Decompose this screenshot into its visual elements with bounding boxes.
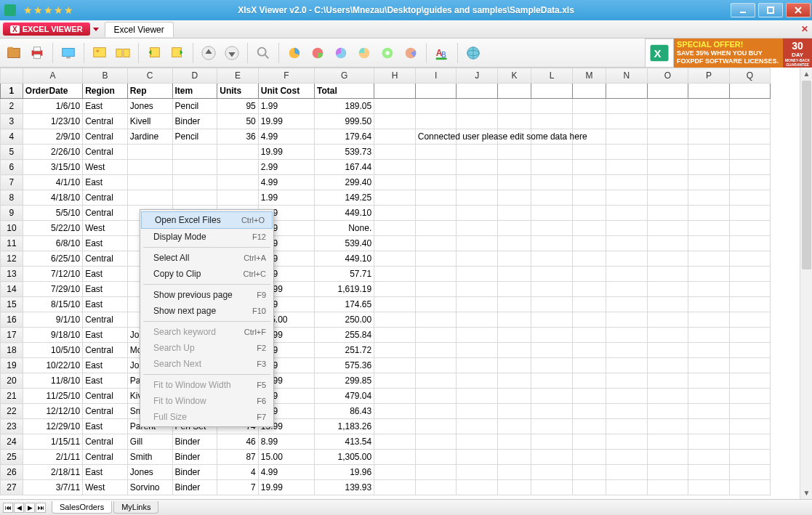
cell[interactable] <box>415 267 457 282</box>
cell[interactable] <box>729 251 771 267</box>
cell[interactable]: Central <box>83 206 128 221</box>
cell[interactable]: Binder <box>172 434 217 450</box>
arrow-down-icon[interactable] <box>221 42 243 64</box>
row-header[interactable]: 13 <box>1 267 23 282</box>
cell[interactable]: 299.85 <box>314 373 374 389</box>
cell[interactable] <box>374 99 416 114</box>
cell[interactable] <box>457 99 498 114</box>
cell[interactable] <box>647 114 688 129</box>
cell[interactable] <box>415 465 457 480</box>
cell[interactable]: 299.40 <box>314 175 374 190</box>
cell[interactable]: Item <box>172 84 217 99</box>
cell[interactable] <box>729 312 771 328</box>
cell[interactable] <box>647 480 688 495</box>
cell[interactable]: Connected user please edit some data her… <box>415 129 457 145</box>
cell[interactable] <box>572 145 606 160</box>
cell[interactable]: Units <box>217 84 259 99</box>
cell[interactable] <box>647 373 688 389</box>
column-header[interactable]: P <box>688 68 730 84</box>
cell[interactable] <box>374 282 416 297</box>
row-header[interactable]: 3 <box>1 114 23 129</box>
cell[interactable] <box>688 480 730 495</box>
cell[interactable]: East <box>83 373 128 389</box>
cell[interactable]: 139.93 <box>314 480 374 495</box>
cell[interactable] <box>415 343 457 358</box>
cell[interactable] <box>688 358 730 373</box>
cell[interactable] <box>688 84 730 99</box>
scroll-down-icon[interactable]: ▼ <box>800 487 812 499</box>
promo-banner[interactable]: X SPECIAL OFFER! SAVE 35% WHEN YOU BUY F… <box>645 38 812 68</box>
column-header[interactable]: D <box>172 68 217 84</box>
menu-item[interactable]: Open Excel FilesCtrl+O <box>141 211 273 229</box>
cell[interactable] <box>647 343 688 358</box>
cell[interactable] <box>497 145 531 160</box>
cell[interactable]: 2.99 <box>258 160 314 175</box>
cell[interactable] <box>606 221 648 236</box>
cell[interactable]: East <box>83 267 128 282</box>
cell[interactable] <box>572 312 606 328</box>
cell[interactable] <box>688 328 730 343</box>
cell[interactable]: 19.99 <box>258 114 314 129</box>
cell[interactable] <box>688 129 730 145</box>
cell[interactable] <box>127 190 172 206</box>
cell[interactable]: West <box>83 480 128 495</box>
cell[interactable] <box>172 160 217 175</box>
cell[interactable]: 10/5/10 <box>23 343 82 358</box>
cell[interactable] <box>647 236 688 251</box>
cell[interactable] <box>606 389 648 404</box>
cell[interactable] <box>647 84 688 99</box>
arrow-up-icon[interactable] <box>198 42 220 64</box>
zoom-icon[interactable] <box>252 42 274 64</box>
row-header[interactable]: 14 <box>1 282 23 297</box>
image-prev-icon[interactable] <box>143 42 165 64</box>
cell[interactable] <box>572 434 606 450</box>
cell[interactable]: 479.04 <box>314 389 374 404</box>
cell[interactable] <box>606 450 648 465</box>
cell[interactable]: 4/18/10 <box>23 190 82 206</box>
cell[interactable]: Central <box>83 129 128 145</box>
cell[interactable] <box>647 267 688 282</box>
cell[interactable] <box>572 190 606 206</box>
cell[interactable] <box>729 389 771 404</box>
cell[interactable] <box>497 389 531 404</box>
cell[interactable] <box>647 282 688 297</box>
cell[interactable]: 1.99 <box>258 99 314 114</box>
menu-item[interactable]: Show previous pageF9 <box>140 287 273 303</box>
cell[interactable] <box>729 465 771 480</box>
cell[interactable] <box>606 99 648 114</box>
cell[interactable] <box>572 221 606 236</box>
cell[interactable] <box>217 160 259 175</box>
cell[interactable] <box>457 434 498 450</box>
cell[interactable] <box>606 480 648 495</box>
cell[interactable] <box>688 312 730 328</box>
cell[interactable]: Pencil <box>172 99 217 114</box>
cell[interactable] <box>415 434 457 450</box>
cell[interactable] <box>647 190 688 206</box>
cell[interactable] <box>729 404 771 419</box>
cell[interactable] <box>647 328 688 343</box>
cell[interactable] <box>688 419 730 434</box>
cell[interactable] <box>415 312 457 328</box>
cell[interactable]: 7/12/10 <box>23 267 82 282</box>
cell[interactable] <box>606 160 648 175</box>
row-header[interactable]: 26 <box>1 465 23 480</box>
cell[interactable] <box>457 282 498 297</box>
cell[interactable] <box>572 358 606 373</box>
cell[interactable] <box>415 282 457 297</box>
image-group-icon[interactable] <box>112 42 134 64</box>
cell[interactable]: 1.99 <box>258 190 314 206</box>
cell[interactable]: 149.25 <box>314 190 374 206</box>
cell[interactable]: 86.43 <box>314 404 374 419</box>
cell[interactable] <box>688 145 730 160</box>
row-header[interactable]: 20 <box>1 373 23 389</box>
cell[interactable]: 46 <box>217 434 259 450</box>
cell[interactable] <box>415 160 457 175</box>
cell[interactable]: 999.50 <box>314 114 374 129</box>
cell[interactable] <box>374 419 416 434</box>
cell[interactable]: 1/15/11 <box>23 434 82 450</box>
scrollbar-thumb[interactable] <box>802 81 811 269</box>
cell[interactable]: Binder <box>172 480 217 495</box>
cell[interactable] <box>457 312 498 328</box>
cell[interactable] <box>729 99 771 114</box>
menu-item[interactable]: Select AllCtrl+A <box>140 250 273 266</box>
